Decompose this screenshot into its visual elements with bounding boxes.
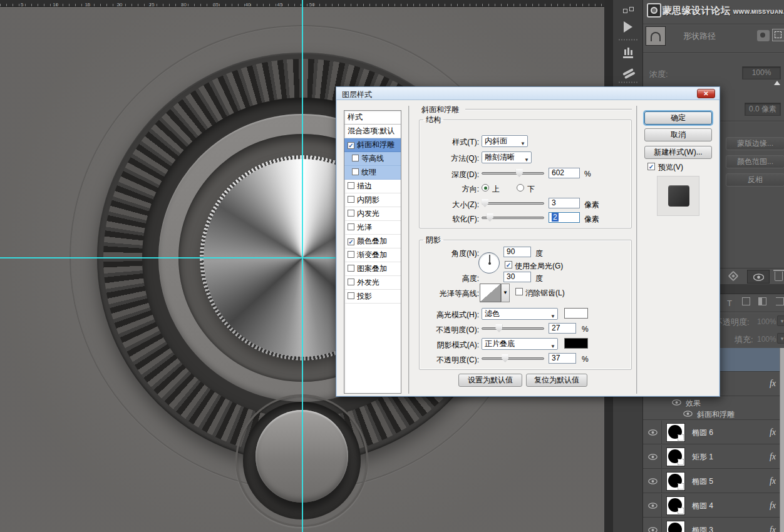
anti-alias-checkbox[interactable] [515, 288, 523, 295]
dock-drag-handle[interactable] [618, 39, 638, 41]
eye-icon[interactable] [672, 399, 681, 406]
preview-checkbox[interactable]: ✓ [647, 163, 655, 170]
style-item-3[interactable]: 等高线 [344, 152, 401, 166]
eye-icon[interactable] [683, 411, 693, 417]
eye-icon[interactable] [648, 454, 658, 460]
style-checkbox-5[interactable] [348, 182, 354, 189]
layer-visibility-cell[interactable] [643, 469, 662, 493]
close-icon[interactable]: ✕ [697, 89, 715, 98]
style-select[interactable]: 内斜面 ▼ [482, 135, 528, 147]
angle-field[interactable]: 90 [503, 247, 531, 257]
style-checkbox-6[interactable] [348, 196, 354, 203]
tool-presets-panel-icon[interactable] [617, 64, 639, 80]
feather-value-field[interactable]: 0.0 像素 [745, 103, 781, 116]
actions-panel-icon[interactable] [617, 19, 639, 35]
style-item-4[interactable]: 纹理 [344, 166, 401, 180]
layer-visibility-cell[interactable] [643, 445, 662, 469]
layer-name[interactable]: 椭圆 5 [692, 476, 713, 487]
history-panel-icon[interactable] [617, 3, 639, 19]
fx-icon[interactable]: fx [770, 427, 776, 437]
layer-thumbnail[interactable] [666, 496, 685, 515]
layer-row-0[interactable]: 椭圆 6fx [643, 421, 784, 444]
style-item-12[interactable]: 外发光 [344, 276, 401, 290]
style-checkbox-13[interactable] [348, 292, 354, 299]
layer-thumbnail[interactable] [666, 423, 685, 442]
vertical-guide[interactable] [302, 0, 303, 532]
size-field[interactable]: 3 [549, 198, 580, 208]
mask-edge-button[interactable]: 蒙版边缘... [726, 137, 784, 150]
style-checkbox-11[interactable] [348, 265, 354, 272]
gloss-contour-thumbnail[interactable] [480, 284, 501, 302]
layer-row-2[interactable]: 椭圆 5fx [643, 469, 784, 493]
fill-dropdown-icon[interactable]: ▾ [777, 333, 784, 344]
soften-field[interactable]: 2 [549, 212, 580, 223]
layer-thumbnail[interactable] [666, 472, 685, 491]
highlight-opacity-slider[interactable] [482, 327, 544, 330]
density-slider-thumb[interactable] [774, 81, 780, 85]
style-checkbox-2[interactable]: ✓ [348, 142, 354, 149]
layer-name[interactable]: 椭圆 3 [692, 525, 713, 532]
eye-icon[interactable] [648, 503, 658, 509]
eye-icon[interactable] [648, 429, 658, 436]
layer-visibility-cell[interactable] [643, 421, 662, 444]
cancel-button[interactable]: 取消 [644, 128, 712, 141]
layer-thumbnail[interactable] [666, 448, 685, 466]
reset-default-button[interactable]: 复位为默认值 [526, 374, 587, 387]
style-checkbox-7[interactable] [348, 210, 354, 217]
filter-smart-object-icon[interactable] [758, 297, 766, 307]
shape-path-thumbnail[interactable] [646, 26, 666, 46]
fx-icon[interactable]: fx [770, 452, 776, 462]
density-value-field[interactable]: 100% [742, 66, 781, 79]
new-style-button[interactable]: 新建样式(W)... [644, 146, 712, 159]
dialog-titlebar[interactable]: 图层样式 ✕ [336, 87, 720, 100]
shadow-color-swatch[interactable] [564, 338, 588, 349]
angle-dial[interactable] [478, 252, 500, 274]
layer-visibility-cell[interactable] [643, 518, 662, 532]
style-item-11[interactable]: 图案叠加 [344, 262, 401, 276]
direction-up-radio[interactable] [482, 184, 489, 192]
bevel-effect-row[interactable]: 斜面和浮雕 [643, 408, 784, 420]
size-slider[interactable] [482, 202, 544, 205]
filter-shape-icon[interactable] [742, 297, 750, 305]
trash-icon[interactable] [775, 272, 783, 281]
style-item-8[interactable]: 光泽 [344, 221, 401, 235]
style-item-5[interactable]: 描边 [344, 180, 401, 193]
fx-icon[interactable]: fx [770, 379, 776, 389]
brush-panel-icon[interactable] [617, 45, 639, 61]
style-checkbox-9[interactable]: ✓ [348, 238, 354, 245]
style-checkbox-8[interactable] [348, 223, 354, 230]
direction-down-radio[interactable] [517, 184, 524, 192]
highlight-opacity-field[interactable]: 27 [549, 323, 576, 334]
color-range-button[interactable]: 颜色范围... [726, 155, 784, 168]
highlight-color-swatch[interactable] [564, 308, 588, 319]
invert-button[interactable]: 反相 [726, 173, 784, 187]
style-checkbox-12[interactable] [348, 279, 354, 285]
altitude-field[interactable]: 30 [503, 272, 531, 282]
layer-row-4[interactable]: 椭圆 3fx [643, 518, 784, 532]
opacity-dropdown-icon[interactable]: ▾ [777, 315, 784, 326]
apply-mask-icon[interactable] [728, 271, 739, 282]
filter-text-icon[interactable]: T [727, 299, 732, 308]
layer-thumbnail[interactable] [666, 521, 685, 532]
effects-row[interactable]: 效果 [643, 397, 784, 408]
depth-slider[interactable] [482, 172, 544, 175]
layer-row-3[interactable]: 椭圆 4fx [643, 494, 784, 518]
global-light-checkbox[interactable]: ✓ [505, 261, 512, 269]
mask-visibility-toggle[interactable] [747, 270, 770, 284]
contour-dropdown-icon[interactable]: ▼ [501, 284, 510, 302]
style-item-2[interactable]: ✓斜面和浮雕 [344, 138, 401, 152]
layer-name[interactable]: 椭圆 6 [692, 427, 713, 438]
layer-name[interactable]: 矩形 1 [692, 452, 713, 463]
ok-button[interactable]: 确定 [644, 111, 712, 125]
highlight-mode-select[interactable]: 滤色 ▼ [482, 308, 558, 320]
style-item-9[interactable]: ✓颜色叠加 [344, 235, 401, 248]
set-default-button[interactable]: 设置为默认值 [458, 374, 522, 387]
style-checkbox-3[interactable] [352, 155, 359, 161]
vector-mask-icon[interactable] [772, 29, 784, 41]
style-item-13[interactable]: 投影 [344, 290, 401, 304]
fill-value[interactable]: 100% [757, 335, 776, 344]
style-item-6[interactable]: 内阴影 [344, 193, 401, 207]
layer-visibility-cell[interactable] [643, 494, 662, 518]
shadow-opacity-slider[interactable] [482, 357, 544, 360]
fx-icon[interactable]: fx [770, 476, 776, 486]
